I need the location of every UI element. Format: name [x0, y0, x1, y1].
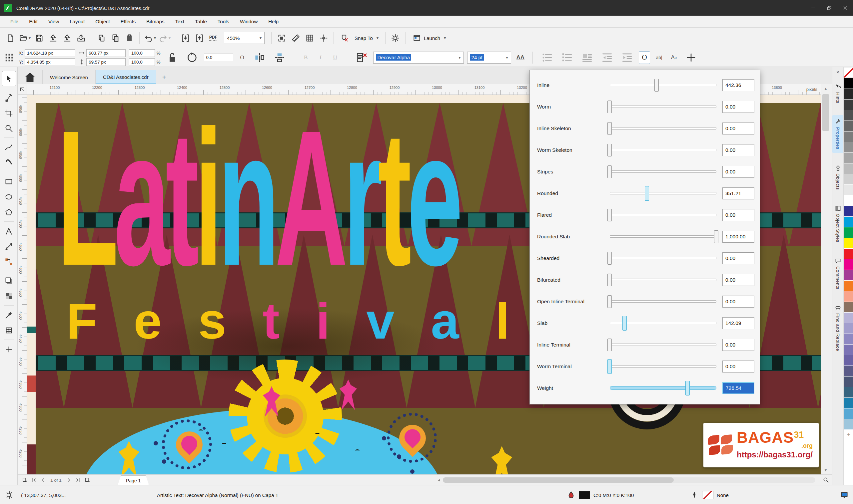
slider-stripes[interactable]: [610, 161, 716, 182]
print-button[interactable]: [74, 31, 88, 45]
save-button[interactable]: [32, 31, 46, 45]
text-tool-button[interactable]: [2, 223, 16, 239]
slider-value-input[interactable]: 442.36: [723, 79, 754, 91]
docker-tab-hints[interactable]: Hints: [832, 80, 844, 107]
color-swatch[interactable]: [844, 334, 853, 344]
color-swatch[interactable]: [844, 291, 853, 302]
slider-inline-terminal[interactable]: [610, 334, 716, 356]
menu-help[interactable]: Help: [263, 16, 284, 27]
slider-thumb[interactable]: [607, 359, 612, 374]
chevron-down-icon[interactable]: ▾: [377, 36, 379, 40]
horizontal-scrollbar[interactable]: ◄: [435, 477, 815, 483]
open-button[interactable]: ▾: [18, 31, 32, 45]
slider-value-input[interactable]: 0.00: [723, 144, 754, 156]
color-swatch[interactable]: [844, 366, 853, 376]
rotation-angle-field[interactable]: 0.0: [204, 54, 233, 61]
color-swatch[interactable]: [844, 387, 853, 397]
slider-thumb[interactable]: [607, 144, 612, 157]
color-swatch[interactable]: [844, 163, 853, 174]
add-page-button[interactable]: [83, 476, 92, 484]
artistic-text-festival[interactable]: Festival: [66, 292, 509, 350]
slider-rounded-slab[interactable]: [610, 226, 716, 247]
slider-thumb[interactable]: [607, 209, 612, 221]
menu-layout[interactable]: Layout: [64, 16, 90, 27]
last-page-button[interactable]: [74, 476, 82, 484]
mirror-vertical-button[interactable]: [271, 51, 288, 64]
slider-value-input[interactable]: 726.54: [723, 382, 754, 394]
y-position-field[interactable]: 4,354.85 px: [25, 58, 75, 66]
color-swatch[interactable]: [844, 323, 853, 334]
slider-value-input[interactable]: 0.00: [723, 209, 754, 221]
new-tab-button[interactable]: +: [156, 70, 173, 84]
color-swatch[interactable]: [844, 100, 853, 110]
color-swatch[interactable]: [844, 270, 853, 280]
snap-to-button[interactable]: Snap To▾: [351, 31, 382, 45]
artistic-text-latinarte[interactable]: LatinArte: [57, 102, 458, 294]
color-swatch[interactable]: [844, 238, 853, 248]
color-swatch[interactable]: [844, 398, 853, 408]
color-swatch[interactable]: [844, 142, 853, 152]
add-page-button[interactable]: [20, 476, 29, 484]
color-swatch[interactable]: [844, 344, 853, 355]
color-swatch[interactable]: [844, 206, 853, 216]
font-size-combo[interactable]: 24 pt ▾: [467, 52, 511, 64]
close-docker-button[interactable]: ×: [832, 67, 844, 77]
scale-y-field[interactable]: 100.0: [129, 58, 155, 66]
slider-value-input[interactable]: 0.00: [723, 274, 754, 286]
slider-worm-terminal[interactable]: [610, 356, 716, 377]
cut-button[interactable]: [94, 31, 108, 45]
slider-value-input[interactable]: 351.21: [723, 187, 754, 199]
scrollbar-thumb[interactable]: [443, 478, 674, 483]
chevron-down-icon[interactable]: ▾: [444, 36, 446, 40]
menu-text[interactable]: Text: [170, 16, 190, 27]
menu-view[interactable]: View: [43, 16, 64, 27]
ellipse-o-button[interactable]: O: [237, 51, 248, 64]
docker-tab-objects[interactable]: Objects: [832, 161, 844, 193]
color-swatch[interactable]: [844, 185, 853, 195]
color-swatch[interactable]: [844, 89, 853, 99]
chevron-down-icon[interactable]: ▾: [260, 36, 262, 40]
color-swatch[interactable]: [844, 302, 853, 312]
drop-shadow-tool-button[interactable]: [2, 273, 16, 288]
color-swatch[interactable]: [844, 110, 853, 121]
slider-value-input[interactable]: 0.00: [723, 252, 754, 264]
menu-table[interactable]: Table: [190, 16, 212, 27]
color-swatch[interactable]: [844, 121, 853, 131]
color-swatch[interactable]: [844, 227, 853, 238]
lock-ratio-button[interactable]: [164, 51, 180, 64]
fullscreen-button[interactable]: [275, 31, 288, 45]
slider-thumb[interactable]: [607, 274, 612, 286]
variable-fonts-button[interactable]: AA: [515, 51, 527, 64]
color-swatch[interactable]: [844, 195, 853, 206]
font-preview-button[interactable]: O: [639, 51, 650, 64]
slider-thumb[interactable]: [623, 316, 627, 330]
chevron-down-icon[interactable]: ▾: [154, 36, 156, 40]
zoom-level-combo[interactable]: 450%▾: [224, 32, 264, 44]
menu-edit[interactable]: Edit: [24, 16, 43, 27]
color-swatch[interactable]: [844, 419, 853, 429]
slider-thumb[interactable]: [607, 339, 612, 351]
color-swatch[interactable]: [844, 131, 853, 142]
wrap-text-button[interactable]: [353, 51, 370, 64]
page-tab[interactable]: Page 1: [118, 475, 149, 485]
publish-pdf-button[interactable]: PDF: [207, 31, 220, 45]
object-width-field[interactable]: 603.77 px: [86, 49, 126, 57]
slider-value-input[interactable]: 0.00: [723, 101, 754, 113]
docker-tab-properties[interactable]: Properties: [832, 115, 844, 153]
gear-button[interactable]: [389, 31, 402, 45]
slider-weight[interactable]: [610, 377, 716, 399]
crop-tool-button[interactable]: [2, 105, 16, 121]
menu-file[interactable]: File: [5, 16, 24, 27]
bold-button[interactable]: B: [300, 51, 312, 64]
color-swatch[interactable]: [844, 355, 853, 365]
fill-color-icon[interactable]: [567, 491, 575, 499]
status-options-icon[interactable]: [5, 491, 14, 499]
tab-welcome-screen[interactable]: Welcome Screen: [43, 70, 95, 84]
font-list-combo[interactable]: Decovar Alpha ▾: [373, 52, 464, 64]
scroll-up-button[interactable]: ▲: [821, 84, 830, 93]
connector-tool-button[interactable]: [2, 254, 16, 269]
underline-button[interactable]: U: [330, 51, 341, 64]
slider-open-inline-terminal[interactable]: [610, 291, 716, 312]
bulleted-list-button[interactable]: [539, 51, 555, 64]
menu-bitmaps[interactable]: Bitmaps: [141, 16, 170, 27]
